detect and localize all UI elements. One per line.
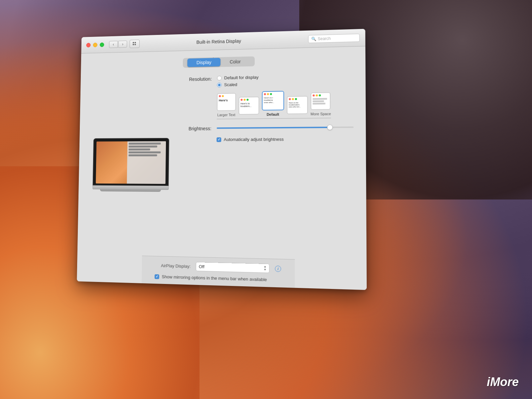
mirror-checkbox[interactable]: ✓ (155, 274, 159, 279)
resolution-row: Resolution: Default for display (182, 69, 353, 119)
screen-line-2 (129, 145, 157, 147)
sp-content-3: Here's to ttroublemaones who... (262, 96, 283, 105)
scale-more-space[interactable]: More Space (311, 92, 331, 116)
sp-dots-5 (312, 93, 330, 97)
dot-red-1 (219, 95, 221, 97)
macbook-graphic (92, 138, 169, 192)
scale-preview-2[interactable]: Here's totroublem... (238, 96, 259, 115)
brightness-row: Brightness: (182, 124, 354, 131)
sp-line-3 (313, 103, 326, 105)
mirror-check-icon: ✓ (156, 275, 158, 278)
svg-rect-3 (135, 44, 136, 45)
forward-button[interactable]: › (118, 41, 127, 48)
resolution-label: Resolution: (183, 76, 212, 82)
scale-label-more: More Space (311, 112, 331, 116)
tab-bar: Display Color (183, 57, 255, 68)
sp-content-4: Here's to thetroublemakersones who non..… (287, 101, 307, 109)
system-preferences-window: ‹ › Built-in Retina Display 🔍 Search (77, 29, 367, 290)
dot-green-5 (319, 94, 321, 96)
search-icon: 🔍 (311, 37, 316, 41)
auto-brightness-row: ✓ Automatically adjust brightness (216, 136, 354, 142)
scale-preview-default[interactable]: Here's to ttroublemaones who... (262, 91, 284, 110)
resolution-scaled-label: Scaled (224, 82, 237, 87)
sp-dots-2 (239, 97, 258, 102)
scale-default[interactable]: Here's to ttroublemaones who... Default (262, 91, 284, 116)
sp-dots-1 (217, 94, 235, 98)
window-wrapper: ‹ › Built-in Retina Display 🔍 Search (77, 29, 367, 290)
screen-line-5 (128, 154, 157, 156)
scale-preview-4[interactable]: Here's to thetroublemakersones who non..… (287, 96, 308, 114)
nav-buttons: ‹ › (109, 41, 127, 48)
tab-color[interactable]: Color (220, 57, 250, 66)
mirror-row: ✓ Show mirroring options in the menu bar… (155, 274, 281, 283)
slider-thumb[interactable] (327, 125, 332, 130)
airplay-value: Off (199, 264, 204, 269)
dot-yellow-5 (316, 94, 318, 96)
auto-brightness-label: Automatically adjust brightness (224, 137, 284, 142)
dot-red-3 (264, 93, 266, 95)
sp-dots-4 (287, 96, 307, 101)
search-box[interactable]: 🔍 Search (308, 34, 360, 43)
dot-red-4 (289, 98, 291, 100)
window-title: Built-in Retina Display (197, 38, 241, 45)
dot-yellow-4 (292, 98, 294, 100)
resolution-scaled-row: Scaled (217, 80, 331, 87)
dot-red-2 (240, 99, 242, 101)
scale-label-default: Default (267, 112, 279, 116)
screen-line-3 (129, 148, 150, 150)
check-icon: ✓ (217, 138, 220, 141)
svg-rect-1 (135, 42, 136, 43)
airplay-label: AirPlay Display: (155, 263, 191, 269)
sp-content-2: Here's totroublem... (239, 101, 258, 109)
grid-button[interactable] (130, 40, 140, 48)
maximize-button[interactable] (100, 42, 104, 47)
screen-line-4 (128, 151, 161, 153)
macbook-preview (88, 73, 173, 251)
settings-panel: Resolution: Default for display (181, 69, 354, 255)
back-button[interactable]: ‹ (109, 41, 118, 48)
brightness-slider[interactable] (216, 126, 353, 129)
minimize-button[interactable] (93, 43, 97, 47)
main-panel: Resolution: Default for display (88, 69, 354, 255)
resolution-options: Default for display Scaled (217, 73, 331, 119)
select-arrows-icon: ▲ ▼ (264, 265, 266, 271)
info-icon[interactable]: i (275, 265, 281, 272)
svg-rect-0 (133, 42, 134, 43)
sp-line-1 (313, 98, 327, 100)
scale-larger-text[interactable]: Here's Larger Text (217, 93, 236, 117)
airplay-select[interactable]: Off ▲ ▼ (196, 262, 270, 273)
sp-dots-3 (263, 91, 284, 96)
macbook-screen (96, 141, 166, 184)
auto-brightness-checkbox[interactable]: ✓ (216, 137, 221, 142)
content-area: Display Color (77, 46, 367, 290)
macbook-base (92, 185, 169, 190)
resolution-default-radio[interactable] (217, 75, 222, 80)
scale-option4[interactable]: Here's to thetroublemakersones who non..… (287, 96, 308, 116)
resolution-scaled-radio[interactable] (217, 82, 221, 87)
resolution-default-label: Default for display (224, 75, 259, 80)
dot-green-4 (295, 98, 297, 100)
close-button[interactable] (86, 43, 90, 47)
dot-red-5 (313, 94, 315, 96)
bottom-panel: AirPlay Display: Off ▲ ▼ i ✓ Show mirro (142, 256, 295, 288)
traffic-lights (86, 42, 104, 47)
dot-yellow-3 (267, 93, 269, 95)
scale-option2[interactable]: Here's totroublem... (238, 96, 259, 117)
resolution-default-row: Default for display (217, 73, 331, 80)
radio-inner (218, 83, 220, 86)
scale-preview-more[interactable] (311, 92, 331, 110)
arrow-down-icon: ▼ (264, 268, 266, 271)
airplay-row: AirPlay Display: Off ▲ ▼ i (155, 261, 281, 273)
screen-line-1 (129, 142, 161, 144)
scale-preview-larger[interactable]: Here's (217, 93, 236, 111)
sp-content-1: Here's (217, 98, 235, 104)
dot-yellow-1 (222, 95, 224, 97)
sp-line-2 (313, 100, 324, 102)
arrow-up-icon: ▲ (264, 265, 266, 268)
svg-rect-2 (133, 44, 134, 45)
dot-green-3 (270, 93, 272, 95)
scale-label-larger: Larger Text (217, 113, 235, 117)
search-placeholder: Search (318, 36, 331, 41)
tab-display[interactable]: Display (188, 58, 221, 67)
imore-watermark: iMore (487, 375, 519, 389)
